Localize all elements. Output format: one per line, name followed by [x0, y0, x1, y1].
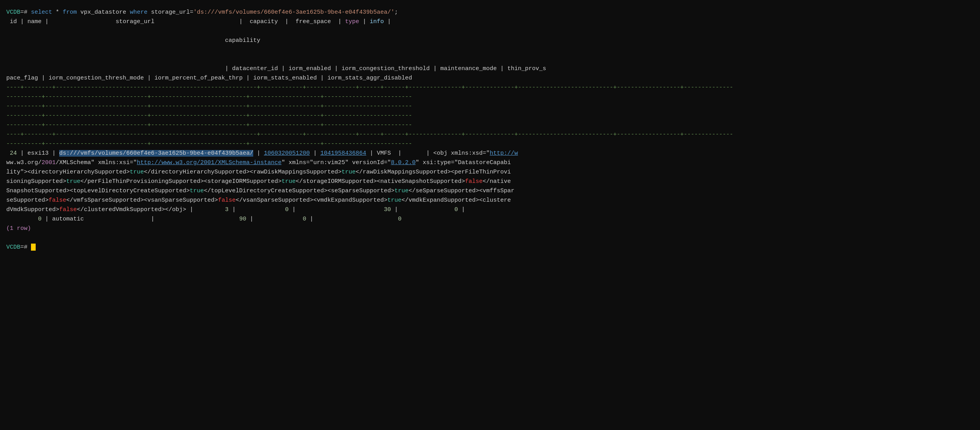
row-count-line: (1 row)	[6, 224, 974, 233]
space1: *	[52, 9, 63, 16]
xml-p3: sioningSupported>	[6, 178, 66, 185]
xml-p18: |	[391, 206, 454, 213]
header-continuation2: pace_flag | iorm_congestion_thresh_mode …	[6, 75, 412, 81]
data-iorm-enabled: 0	[285, 206, 289, 213]
data-row2: 0 | automatic | 90 | 0 | 0	[6, 215, 974, 224]
header-row1: id | name | storage_url | capacity | fre…	[6, 17, 974, 27]
dr2-p4: |	[306, 216, 398, 222]
separator6: ----+--------+--------------------------…	[6, 130, 974, 139]
data-row: 24 | esxi13 | ds:///vmfs/volumes/660ef4e…	[6, 149, 974, 158]
xml-p16: |	[229, 206, 285, 213]
data-iorm-congestion-threshold: 30	[384, 206, 391, 213]
xml-false4: false	[59, 206, 77, 213]
data-xsd-url: http://w	[490, 150, 518, 157]
data-id: 24	[6, 150, 17, 157]
vcdb-hash: =#	[20, 9, 27, 16]
semicolon: ;	[394, 9, 398, 16]
data-maintenance-mode: 0	[454, 206, 458, 213]
vcdb-label: VCDB	[6, 9, 20, 16]
separator1: ----+--------+--------------------------…	[6, 83, 974, 92]
xml-false2: false	[49, 197, 66, 204]
xml-part1: ww.w3.org/	[6, 159, 42, 166]
xml-p7: SnapshotSupported><topLevelDirectoryCrea…	[6, 188, 190, 194]
col-type: type	[345, 18, 359, 25]
col-info: info	[370, 18, 384, 25]
dr2-p3: |	[246, 216, 303, 222]
xml-line5: seSupported>false</vmfsSparseSupported><…	[6, 196, 974, 205]
xml-p1: </directoryHierarchySupported><rawDiskMa…	[144, 169, 341, 175]
xml-line3: sioningSupported>true</perFileThinProvis…	[6, 177, 974, 186]
blank1	[6, 27, 974, 36]
xml-p6: </native	[483, 178, 511, 185]
header-row3: pace_flag | iorm_congestion_thresh_mode …	[6, 74, 974, 83]
final-vcdb-hash: =#	[20, 244, 27, 251]
cmd-from: from	[63, 9, 77, 16]
capability-header: capability	[6, 36, 974, 45]
xml-false1: false	[465, 178, 483, 185]
data-name-val: esxi13	[27, 150, 49, 157]
cmd-space	[27, 9, 31, 16]
dr2-p1	[6, 216, 38, 222]
xml-p11: </vmfsSparseSupported><vsanSparseSupport…	[66, 197, 218, 204]
data-iorm-stats-aggr: 0	[398, 216, 401, 222]
xml-true4: true	[281, 178, 296, 185]
xml-true5: true	[190, 188, 204, 194]
xml-p4: </perFileThinProvisioningSupported><stor…	[80, 178, 281, 185]
xml-true7: true	[387, 197, 401, 204]
col-pipe2: |	[384, 18, 391, 25]
xml-line2: lity"><directoryHierarchySupported>true<…	[6, 168, 974, 177]
xml-p12: </vsanSparseSupported><vmdkExpandSupport…	[236, 197, 387, 204]
space3: storage_url=	[147, 9, 193, 16]
xml-p10: seSupported>	[6, 197, 49, 204]
xml-p2: </rawDiskMappingsSupported><perFileThinP…	[356, 169, 511, 175]
xml-xsi-url: http://www.w3.org/2001/XMLSchema-instanc…	[137, 159, 281, 166]
dr2-p2: | automatic |	[42, 216, 239, 222]
xml-part3: " xmlns="urn:vim25" versionId="	[281, 159, 391, 166]
xml-p9: </seSparseSupported><vmffsSpar	[408, 188, 514, 194]
final-prompt-line: VCDB=#	[6, 243, 974, 252]
xml-p17: |	[289, 206, 384, 213]
d1: |	[17, 150, 27, 157]
xml-true3: true	[66, 178, 80, 185]
d4: |	[310, 150, 320, 157]
d5: | VMFS | | <obj xmlns:xsd="	[366, 150, 490, 157]
xml-line1: ww.w3.org/2001/XMLSchema" xmlns:xsi="htt…	[6, 158, 974, 168]
data-url: ds:///vmfs/volumes/660ef4e6-3ae1625b-9be…	[59, 150, 253, 157]
data-thin-prov: 0	[38, 216, 42, 222]
xml-part4: " xsi:type="DatastoreCapabi	[416, 159, 511, 166]
xml-p15: </clusteredVmdkSupported></obj> |	[77, 206, 225, 213]
xml-line6: dVmdkSupported>false</clusteredVmdkSuppo…	[6, 205, 974, 215]
xml-p5: </storageIORMSupported><nativeSnapshotSu…	[296, 178, 465, 185]
cursor	[31, 244, 36, 251]
separator2: ----------+-----------------------------…	[6, 92, 974, 102]
xml-p8: </topLevelDirectoryCreateSupported><seSp…	[204, 188, 394, 194]
storage-url-value: 'ds:///vmfs/volumes/660ef4e6-3ae1625b-9b…	[193, 9, 394, 16]
blank3	[6, 55, 974, 64]
xml-year: 2001	[42, 159, 56, 166]
space-before-cursor	[27, 244, 31, 251]
col-pipe1: |	[359, 18, 370, 25]
cmd-select: select	[31, 9, 52, 16]
xml-p19: |	[458, 206, 465, 213]
header-row2: | datacenter_id | iorm_enabled | iorm_co…	[6, 64, 974, 74]
xml-p14: dVmdkSupported>	[6, 206, 59, 213]
command-line: VCDB=# select * from vpx_datastore where…	[6, 8, 974, 17]
separator7: ----------+-----------------------------…	[6, 139, 974, 149]
xml-p13: </vmdkExpandSupported><clustere	[401, 197, 511, 204]
xml-lity1: lity"><directoryHierarchySupported>	[6, 169, 130, 175]
data-iorm-percent: 90	[239, 216, 246, 222]
xml-true2: true	[341, 169, 356, 175]
space2: vpx_datastore	[77, 9, 130, 16]
separator3: ----------+-----------------------------…	[6, 102, 974, 111]
cmd-where: where	[130, 9, 147, 16]
final-vcdb-label: VCDB	[6, 244, 20, 251]
data-datacenter-id: 3	[225, 206, 229, 213]
d3: |	[253, 150, 264, 157]
xml-true1: true	[130, 169, 144, 175]
separator5: ----------+-----------------------------…	[6, 121, 974, 130]
blank-end	[6, 233, 974, 243]
d2: |	[49, 150, 59, 157]
xml-line4: SnapshotSupported><topLevelDirectoryCrea…	[6, 186, 974, 196]
separator4: ----------+-----------------------------…	[6, 111, 974, 121]
data-iorm-stats-enabled: 0	[303, 216, 306, 222]
